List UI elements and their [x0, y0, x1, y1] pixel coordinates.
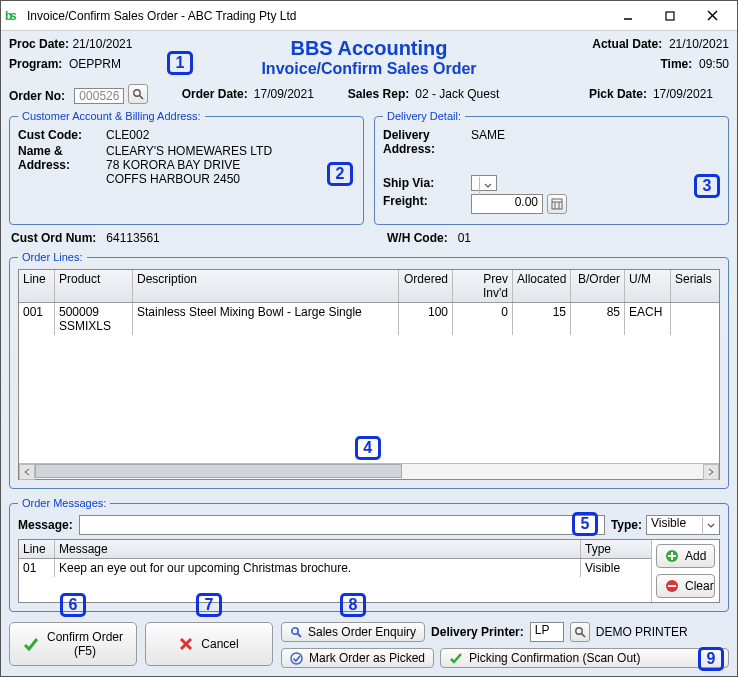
minus-icon: [665, 579, 679, 593]
order-date-label: Order Date:: [182, 87, 248, 101]
header: Proc Date: 21/10/2021 Program: OEPPRM BB…: [9, 37, 729, 78]
callout-9: 9: [698, 647, 724, 671]
plus-icon: [665, 549, 679, 563]
type-select[interactable]: Visible: [646, 515, 720, 535]
app-window: bs Invoice/Confirm Sales Order - ABC Tra…: [0, 0, 738, 677]
proc-date-value: 21/10/2021: [72, 37, 132, 51]
picked-label: Mark Order as Picked: [309, 651, 425, 665]
order-messages-legend: Order Messages:: [18, 497, 110, 509]
confirm-label-2: (F5): [47, 644, 123, 658]
cancel-label: Cancel: [201, 637, 238, 651]
freight-label: Freight:: [383, 194, 471, 214]
cell-prev: 0: [453, 303, 513, 335]
grid-header: Line Product Description Ordered Prev In…: [19, 270, 719, 303]
message-input[interactable]: 5: [79, 515, 605, 535]
scroll-track[interactable]: [35, 464, 703, 479]
clear-message-button[interactable]: Clear: [656, 574, 715, 598]
msg-col-line[interactable]: Line: [19, 540, 55, 558]
col-prev-invd[interactable]: Prev Inv'd: [453, 270, 513, 302]
callout-1: 1: [167, 51, 193, 75]
ship-via-dropdown-button[interactable]: [479, 177, 496, 195]
close-button[interactable]: [691, 2, 733, 30]
msg-col-type[interactable]: Type: [581, 540, 651, 558]
client-area: Proc Date: 21/10/2021 Program: OEPPRM BB…: [1, 31, 737, 676]
svg-point-19: [292, 628, 298, 634]
check-icon-2: [449, 651, 463, 665]
confirm-order-button[interactable]: Confirm Order (F5) 6: [9, 622, 137, 666]
cell-bo: 85: [571, 303, 625, 335]
delivery-addr-value: SAME: [471, 128, 505, 142]
cust-ord-value: 64113561: [106, 231, 159, 245]
grid-row[interactable]: 001 500009 SSMIXLS Stainless Steel Mixin…: [19, 303, 719, 335]
picking-confirmation-button[interactable]: Picking Confirmation (Scan Out) 9: [440, 648, 729, 668]
scroll-thumb[interactable]: [35, 464, 402, 478]
col-border[interactable]: B/Order: [571, 270, 625, 302]
cell-um: EACH: [625, 303, 671, 335]
order-messages-panel: Order Messages: Message: 5 Type: Visible: [9, 497, 729, 612]
cust-name: CLEARY'S HOMEWARES LTD: [106, 144, 355, 158]
type-label: Type:: [611, 518, 642, 532]
cust-addr2: COFFS HARBOUR 2450: [106, 172, 355, 186]
order-date-value: 17/09/2021: [254, 87, 314, 101]
wh-code-value: 01: [458, 231, 471, 245]
pick-date-value: 17/09/2021: [653, 87, 713, 101]
company-name: BBS Accounting: [209, 37, 529, 60]
cell-alloc: 15: [513, 303, 571, 335]
name-addr-value: CLEARY'S HOMEWARES LTD 78 KORORA BAY DRI…: [106, 144, 355, 186]
wh-code-label: W/H Code:: [387, 231, 448, 245]
col-ordered[interactable]: Ordered: [399, 270, 453, 302]
clear-label: Clear: [685, 579, 714, 593]
window-title: Invoice/Confirm Sales Order - ABC Tradin…: [27, 9, 607, 23]
msg-cell-line: 01: [19, 559, 55, 577]
extra-row: Cust Ord Num:64113561 W/H Code:01: [11, 231, 727, 245]
order-bar: Order No: 000526 Order Date:17/09/2021 S…: [9, 84, 729, 104]
col-desc[interactable]: Description: [133, 270, 399, 302]
scroll-right-button[interactable]: [703, 464, 719, 480]
delivery-printer-lookup-button[interactable]: [570, 622, 590, 642]
cust-code-label: Cust Code:: [18, 128, 106, 142]
order-no-label: Order No:: [9, 89, 65, 103]
add-message-button[interactable]: Add: [656, 544, 715, 568]
scroll-left-button[interactable]: [19, 464, 35, 480]
col-um[interactable]: U/M: [625, 270, 671, 302]
callout-2: 2: [327, 162, 353, 186]
maximize-button[interactable]: [649, 2, 691, 30]
search-icon: [290, 626, 302, 638]
minimize-button[interactable]: [607, 2, 649, 30]
svg-line-20: [298, 634, 302, 638]
svg-rect-8: [552, 199, 562, 209]
svg-point-21: [576, 628, 582, 634]
program-value: OEPPRM: [69, 57, 121, 71]
order-lines-panel: Order Lines: Line Product Description Or…: [9, 251, 729, 489]
callout-7: 7: [196, 593, 222, 617]
col-product[interactable]: Product: [55, 270, 133, 302]
time-value: 09:50: [699, 57, 729, 71]
button-row: Confirm Order (F5) 6 Cancel 7 Sales Orde…: [9, 622, 729, 668]
freight-input[interactable]: 0.00: [471, 194, 543, 214]
svg-rect-3: [666, 12, 674, 20]
col-serials[interactable]: Serials: [671, 270, 719, 302]
delivery-legend: Delivery Detail:: [383, 110, 465, 122]
horizontal-scrollbar[interactable]: [19, 463, 719, 479]
customer-panel: Customer Account & Billing Address: Cust…: [9, 110, 364, 225]
type-dropdown-button[interactable]: [702, 517, 718, 535]
scan-out-label: Picking Confirmation (Scan Out): [469, 651, 640, 665]
msg-col-message[interactable]: Message: [55, 540, 581, 558]
delivery-printer-input[interactable]: LP: [530, 622, 564, 642]
order-no-lookup-button[interactable]: [128, 84, 148, 104]
callout-8: 8: [340, 593, 366, 617]
delivery-printer-label: Delivery Printer:: [431, 625, 524, 639]
mark-order-picked-button[interactable]: Mark Order as Picked: [281, 648, 434, 668]
order-no-input[interactable]: 000526: [74, 88, 124, 104]
sales-order-enquiry-button[interactable]: Sales Order Enquiry 8: [281, 622, 425, 642]
cancel-button[interactable]: Cancel 7: [145, 622, 273, 666]
freight-calc-button[interactable]: [547, 194, 567, 214]
col-allocated[interactable]: Allocated: [513, 270, 571, 302]
msg-row[interactable]: 01 Keep an eye out for our upcoming Chri…: [19, 559, 651, 577]
cell-desc: Stainless Steel Mixing Bowl - Large Sing…: [133, 303, 399, 335]
cell-ser: [671, 303, 719, 335]
svg-point-23: [291, 653, 302, 664]
actual-date-label: Actual Date:: [592, 37, 662, 51]
callout-3: 3: [694, 174, 720, 198]
col-line[interactable]: Line: [19, 270, 55, 302]
